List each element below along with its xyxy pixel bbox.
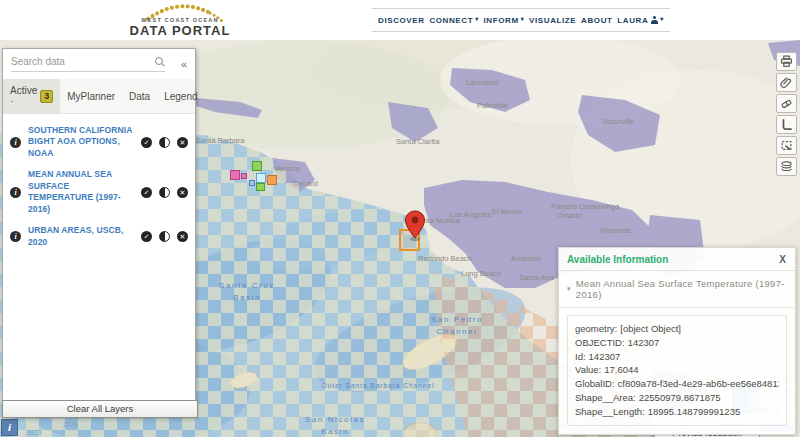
layer-row: i URBAN AREAS, USCB, 2020 ✓ ✕	[8, 220, 190, 253]
measure-button[interactable]	[776, 115, 797, 134]
attribute-row: Value:17.6044	[575, 363, 779, 377]
aoa-square[interactable]	[267, 175, 277, 185]
nav-label: VISUALIZE	[529, 16, 576, 25]
site-logo[interactable]: WEST COAST OCEAN DATA PORTAL	[120, 1, 250, 39]
visibility-check-icon[interactable]: ✓	[141, 137, 152, 148]
info-icon[interactable]: i	[10, 137, 21, 148]
info-icon[interactable]: i	[10, 187, 21, 198]
chevron-down-icon: ▾	[660, 15, 664, 22]
aoa-square[interactable]	[230, 170, 240, 180]
ruler-icon	[780, 118, 793, 131]
popup-layer-section-toggle[interactable]: ▾ Mean Annual Sea Surface Temperature (1…	[559, 271, 795, 308]
attribute-label: Shape__Area:	[575, 392, 636, 403]
tab-label: Data	[129, 91, 150, 102]
aoa-square[interactable]	[252, 161, 262, 171]
close-icon[interactable]: X	[778, 254, 787, 265]
opacity-half-icon[interactable]	[159, 137, 170, 148]
attribute-label: OBJECTID:	[575, 337, 625, 348]
attribute-row: Shape__Length:18995.148799991235	[575, 405, 779, 419]
print-button[interactable]	[776, 52, 797, 71]
tab-label: Legend	[164, 91, 197, 102]
print-icon	[780, 55, 793, 68]
attribute-value: [object Object]	[620, 323, 681, 334]
popup-attributes: geometry:[object Object] OBJECTID:142307…	[567, 315, 787, 426]
nav-item-discover[interactable]: DISCOVER	[378, 16, 425, 25]
popup-layer-title: Mean Annual Sea Surface Temperature (199…	[576, 278, 787, 300]
active-layers-list: i SOUTHERN CALIFORNIA BIGHT AOA OPTIONS,…	[3, 114, 195, 253]
layer-name-link[interactable]: URBAN AREAS, USCB, 2020	[28, 225, 134, 248]
attribute-row: Id:142307	[575, 350, 779, 364]
aoa-square[interactable]	[249, 180, 255, 186]
search-icon[interactable]	[154, 56, 165, 67]
tab-data[interactable]: Data	[122, 79, 157, 113]
attribute-value: 142307	[589, 351, 621, 362]
attribute-label: Id:	[575, 351, 586, 362]
layer-row: i MEAN ANNUAL SEA SURFACE TEMPERATURE (1…	[8, 164, 190, 220]
nav-item-inform[interactable]: INFORM▾	[484, 16, 525, 25]
info-icon[interactable]: i	[10, 231, 21, 242]
search-input[interactable]	[11, 56, 154, 67]
tab-myplanner[interactable]: MyPlanner	[60, 79, 122, 113]
popup-header: Available Information X	[559, 248, 795, 271]
attribute-value: cf809a78-f3ed-4e29-ab6b-ee56e8481343	[618, 378, 779, 389]
feature-info-popup: Available Information X ▾ Mean Annual Se…	[558, 247, 796, 435]
nav-label: CONNECT	[429, 16, 473, 25]
paperclip-icon	[780, 76, 793, 89]
select-extent-button[interactable]	[776, 136, 797, 155]
nav-label: DISCOVER	[378, 16, 425, 25]
nav-label: INFORM	[484, 16, 519, 25]
nav-item-about[interactable]: ABOUT	[581, 16, 612, 25]
layer-name-link[interactable]: SOUTHERN CALIFORNIA BIGHT AOA OPTIONS, N…	[28, 125, 134, 159]
active-count-badge: 3	[40, 90, 53, 103]
tab-active[interactable]: Active ·3	[3, 79, 60, 113]
remove-layer-icon[interactable]: ✕	[177, 231, 188, 242]
aoa-square[interactable]	[241, 173, 247, 179]
app-window: Santa Barbara Santa Clarita Lancaster Pa…	[0, 0, 800, 437]
attribute-value: 18995.148799991235	[648, 406, 740, 417]
opacity-half-icon[interactable]	[159, 231, 170, 242]
map-pin-marker[interactable]	[403, 210, 427, 242]
attribute-label: geometry:	[575, 323, 617, 334]
layer-controls: ✓ ✕	[141, 231, 188, 242]
remove-layer-icon[interactable]: ✕	[177, 187, 188, 198]
tab-label: Active ·	[10, 85, 37, 107]
main-nav: DISCOVER CONNECT▾ INFORM▾ VISUALIZE ABOU…	[372, 8, 670, 32]
attribute-row: GlobalID:cf809a78-f3ed-4e29-ab6b-ee56e84…	[575, 377, 779, 391]
search-row: «	[3, 49, 195, 72]
attribute-row: geometry:[object Object]	[575, 322, 779, 336]
popup-title: Available Information	[567, 254, 668, 265]
collapse-sidebar-button[interactable]: «	[179, 59, 189, 69]
search-field-wrap	[11, 56, 165, 72]
nav-item-visualize[interactable]: VISUALIZE	[529, 16, 576, 25]
tab-legend[interactable]: Legend	[157, 79, 204, 113]
attribute-row: Shape__Area:22550979.8671875	[575, 391, 779, 405]
chevron-down-icon: ▾	[567, 285, 571, 293]
visibility-check-icon[interactable]: ✓	[141, 231, 152, 242]
layer-row: i SOUTHERN CALIFORNIA BIGHT AOA OPTIONS,…	[8, 120, 190, 164]
attribute-row: OBJECTID:142307	[575, 336, 779, 350]
opacity-half-icon[interactable]	[159, 187, 170, 198]
layers-sidebar: « Active ·3 MyPlanner Data Legend i SOUT…	[2, 48, 196, 418]
site-header: WEST COAST OCEAN DATA PORTAL DISCOVER CO…	[0, 0, 800, 40]
extent-icon	[780, 139, 793, 152]
clear-all-layers-button[interactable]: Clear All Layers	[2, 400, 198, 418]
map-toolbar	[776, 52, 797, 176]
nav-item-connect[interactable]: CONNECT▾	[429, 16, 478, 25]
nav-item-user-menu[interactable]: LAURA▾	[617, 16, 664, 25]
layer-name-link[interactable]: MEAN ANNUAL SEA SURFACE TEMPERATURE (199…	[28, 169, 134, 215]
remove-layer-icon[interactable]: ✕	[177, 137, 188, 148]
share-link-button[interactable]	[776, 73, 797, 92]
nav-label: LAURA	[617, 16, 648, 25]
layers-stack-icon	[780, 160, 793, 173]
aoa-square[interactable]	[256, 173, 266, 183]
logo-line2: DATA PORTAL	[120, 23, 240, 38]
sidebar-tabs: Active ·3 MyPlanner Data Legend	[3, 79, 195, 114]
aoa-square[interactable]	[256, 183, 265, 191]
attribution-info-button[interactable]: i	[1, 419, 18, 436]
attribute-label: GlobalID:	[575, 378, 615, 389]
eraser-button[interactable]	[776, 94, 797, 113]
eraser-icon	[780, 97, 793, 110]
layers-button[interactable]	[776, 157, 797, 176]
visibility-check-icon[interactable]: ✓	[141, 187, 152, 198]
layer-controls: ✓ ✕	[141, 137, 188, 148]
